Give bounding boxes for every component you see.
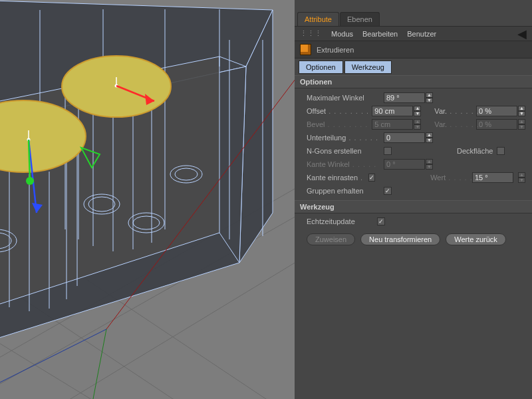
section-header-tool: Werkzeug [295,200,532,213]
subtab-tool[interactable]: Werkzeug [344,61,392,74]
field-offset[interactable]: ▲▼ [372,106,421,116]
checkbox-cap[interactable] [497,147,505,155]
row-ngons: N-Gons erstellen Deckfläche [307,144,525,158]
subtab-row: Optionen Werkzeug [295,59,532,75]
row-subdiv: Unterteilung . . . . . . ▲▼ [307,131,525,144]
box-geometry [0,0,273,346]
tool-buttons: Zuweisen Neu transformieren Werte zurück [295,231,532,245]
field-bevel: ▲▼ [372,119,421,130]
svg-line-55 [93,329,106,399]
menu-user[interactable]: Benutzer [407,30,436,38]
svg-line-3 [0,319,200,399]
field-edge-snap-wert: ▲▼ [472,172,525,183]
panel-tabs: Attribute Ebenen [295,0,532,27]
field-edge-angle: ▲▼ [384,159,433,170]
attribute-panel: Attribute Ebenen ⋮⋮⋮ Modus Bearbeiten Be… [295,0,532,399]
checkbox-realtime[interactable]: ✓ [377,217,385,225]
object-title-row: Extrudieren [295,41,532,59]
retransform-button[interactable]: Neu transformieren [360,233,440,245]
field-bevel-var: ▲▼ [476,119,525,130]
reset-button[interactable]: Werte zurück [446,233,506,245]
viewport-3d[interactable] [0,0,295,399]
row-offset: Offset . . . . . . . . . . ▲▼ Var. . . .… [307,104,525,118]
section-header-options: Optionen [295,75,532,88]
svg-point-50 [26,177,34,185]
object-name: Extrudieren [317,46,354,54]
field-subdiv[interactable]: ▲▼ [384,132,433,143]
step-up-icon[interactable]: ▲ [426,92,433,98]
menu-mode[interactable]: Modus [331,30,353,38]
field-max-angle[interactable]: ▲▼ [384,92,433,103]
field-offset-var[interactable]: ▲▼ [476,106,525,116]
checkbox-ngons[interactable] [384,147,392,155]
tab-attribute[interactable]: Attribute [297,12,339,26]
checkbox-edge-snap[interactable]: ✓ [368,174,375,182]
drag-handle-icon[interactable]: ⋮⋮⋮ [300,29,322,38]
row-edge-snap: Kante einrasten . . . . ✓ Wert . . . . .… [307,171,525,184]
extrude-icon [300,44,311,55]
checkbox-keep-groups[interactable]: ✓ [384,187,392,195]
step-down-icon[interactable]: ▼ [426,98,433,103]
apply-button: Zuweisen [307,233,355,245]
row-realtime: Echtzeitupdate ✓ [307,215,525,228]
panel-menubar: ⋮⋮⋮ Modus Bearbeiten Benutzer ◀ [295,27,532,41]
row-keep-groups: Gruppen erhalten ✓ [307,184,525,198]
row-max-angle: Maximaler Winkel ▲▼ [307,91,525,104]
subtab-options[interactable]: Optionen [299,61,343,74]
tab-layers[interactable]: Ebenen [340,12,380,26]
svg-line-56 [0,329,106,399]
row-bevel: Bevel . . . . . . . . . . ▲▼ Var. . . . … [307,118,525,131]
history-back-icon[interactable]: ◀ [517,30,527,38]
row-edge-angle: Kante Winkel . . . . . . ▲▼ [307,158,525,171]
menu-edit[interactable]: Bearbeiten [362,30,398,38]
